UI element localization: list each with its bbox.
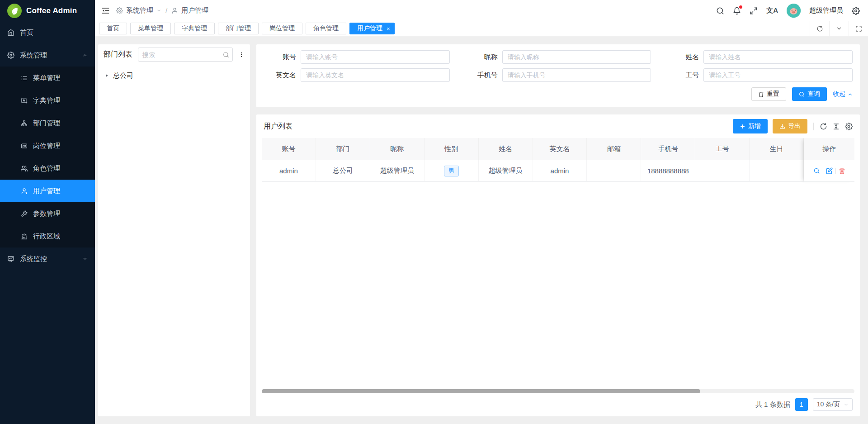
sidebar-item-home[interactable]: 首页 [0, 21, 95, 44]
row-height-icon[interactable] [832, 123, 840, 130]
system-management-submenu: 菜单管理 字典管理 部门管理 岗位管理 角色管理 [0, 67, 95, 248]
sidebar: Coffee Admin 首页 系统管理 菜单管理 字典管理 [0, 0, 95, 424]
breadcrumb-level1[interactable]: 系统管理 [126, 6, 153, 15]
edit-icon[interactable] [826, 167, 833, 174]
page-number-button[interactable]: 1 [795, 398, 808, 411]
search-filter-card: 账号 昵称 姓名 英文名 [256, 44, 860, 107]
pagination-total: 共 1 条数据 [755, 400, 790, 409]
export-button[interactable]: 导出 [773, 119, 807, 133]
user-icon [21, 188, 28, 195]
filter-actions: 重置 查询 收起 [264, 87, 853, 101]
current-username[interactable]: 超级管理员 [809, 6, 843, 15]
horizontal-scrollbar-track [262, 389, 854, 393]
id-card-icon [21, 143, 28, 149]
name-input[interactable] [703, 50, 853, 64]
search-icon [799, 91, 805, 97]
right-column: 账号 昵称 姓名 英文名 [256, 44, 860, 416]
maximize-icon[interactable] [849, 21, 868, 36]
fixed-action-column: 操作 [804, 138, 854, 182]
col-header-job-no: 工号 [695, 138, 750, 160]
tab-menu-management[interactable]: 菜单管理 [130, 23, 171, 34]
query-button[interactable]: 查询 [792, 87, 827, 101]
col-header-name: 姓名 [479, 138, 533, 160]
close-icon[interactable]: × [387, 26, 390, 32]
users-icon [21, 165, 28, 172]
breadcrumb-level2: 用户管理 [181, 6, 208, 15]
tab-dept-management[interactable]: 部门管理 [218, 23, 259, 34]
delete-icon[interactable] [839, 167, 845, 174]
tab-user-management[interactable]: 用户管理 × [349, 23, 395, 34]
sidebar-item-dict-management[interactable]: 字典管理 [0, 89, 95, 112]
tab-dict-management[interactable]: 字典管理 [174, 23, 215, 34]
sidebar-item-user-management[interactable]: 用户管理 [0, 180, 95, 202]
avatar[interactable] [787, 4, 801, 18]
horizontal-scrollbar-thumb[interactable] [262, 389, 700, 393]
cell-name: 超级管理员 [479, 160, 533, 182]
field-phone: 手机号 [465, 68, 651, 82]
sidebar-item-system-management[interactable]: 系统管理 [0, 44, 95, 67]
col-header-phone: 手机号 [641, 138, 695, 160]
col-header-email: 邮箱 [587, 138, 641, 160]
fullscreen-icon[interactable] [750, 7, 758, 15]
tree-node-head-office[interactable]: 总公司 [104, 70, 244, 81]
field-account: 账号 [264, 50, 450, 64]
tab-post-management[interactable]: 岗位管理 [262, 23, 302, 34]
pagination-bar: 共 1 条数据 1 10 条/页 [262, 395, 854, 413]
org-chart-icon [21, 120, 28, 127]
language-switch-icon[interactable]: 文A [766, 6, 778, 15]
settings-gear-icon[interactable] [852, 7, 860, 15]
collapse-sidebar-icon[interactable] [101, 6, 110, 15]
dept-panel: 部门列表 总公司 [98, 44, 250, 416]
dept-panel-title: 部门列表 [104, 50, 132, 59]
sidebar-item-system-monitor[interactable]: 系统监控 [0, 248, 95, 270]
page-size-select[interactable]: 10 条/页 [813, 398, 853, 411]
search-icon[interactable] [219, 48, 232, 61]
more-options-icon[interactable] [238, 51, 245, 58]
trash-icon [758, 91, 764, 97]
refresh-icon[interactable] [820, 123, 827, 130]
sidebar-item-label: 菜单管理 [33, 74, 60, 82]
sidebar-item-dept-management[interactable]: 部门管理 [0, 112, 95, 134]
toolbar-actions: 新增 导出 [733, 119, 853, 133]
add-user-button[interactable]: 新增 [733, 119, 768, 133]
field-label: 账号 [264, 53, 296, 62]
notification-bell-icon[interactable] [733, 7, 741, 15]
cell-email [587, 160, 641, 182]
phone-input[interactable] [502, 68, 651, 82]
app-title: Coffee Admin [26, 6, 77, 15]
reset-button[interactable]: 重置 [751, 87, 786, 101]
sidebar-item-role-management[interactable]: 角色管理 [0, 157, 95, 180]
job-number-input[interactable] [703, 68, 853, 82]
dept-search-input[interactable] [138, 51, 219, 58]
bank-icon [21, 233, 28, 240]
tree-node-label: 总公司 [113, 71, 133, 80]
breadcrumb: 系统管理 / 用户管理 [116, 6, 208, 15]
column-settings-gear-icon[interactable] [845, 123, 853, 130]
main-area: 系统管理 / 用户管理 文A 超级管 [95, 0, 868, 424]
sidebar-item-label: 系统监控 [20, 255, 47, 263]
gear-icon [7, 52, 14, 59]
sidebar-item-label: 行政区域 [33, 232, 60, 241]
table-row[interactable]: admin 总公司 超级管理员 男 超级管理员 admin 1888888888… [262, 160, 804, 182]
sidebar-item-param-management[interactable]: 参数管理 [0, 202, 95, 225]
chevron-up-icon [82, 52, 88, 58]
sidebar-item-post-management[interactable]: 岗位管理 [0, 134, 95, 157]
field-label: 英文名 [264, 71, 296, 80]
search-icon[interactable] [716, 7, 724, 15]
breadcrumb-separator: / [165, 7, 167, 14]
english-name-input[interactable] [301, 68, 450, 82]
tab-role-management[interactable]: 角色管理 [306, 23, 346, 34]
refresh-icon[interactable] [810, 21, 829, 36]
collapse-filters-link[interactable]: 收起 [833, 90, 853, 98]
view-detail-icon[interactable] [813, 167, 820, 174]
field-label: 手机号 [465, 71, 498, 80]
sidebar-item-label: 首页 [20, 29, 33, 37]
sidebar-item-admin-region[interactable]: 行政区域 [0, 225, 95, 248]
account-input[interactable] [301, 50, 450, 64]
caret-right-icon[interactable] [104, 73, 109, 78]
sidebar-item-menu-management[interactable]: 菜单管理 [0, 67, 95, 89]
nickname-input[interactable] [502, 50, 651, 64]
cell-en-name: admin [533, 160, 587, 182]
tab-home[interactable]: 首页 [99, 23, 127, 34]
chevron-down-icon[interactable] [829, 21, 849, 36]
